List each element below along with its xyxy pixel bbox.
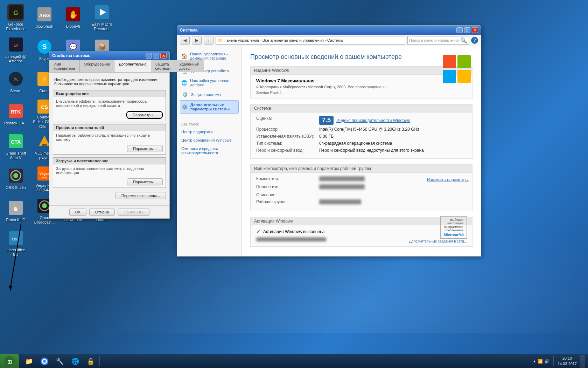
taskbar-clock[interactable]: 20:10 14.03.2017 [558,356,577,367]
ms-badge: Выбирайнастоящеепрограммноеобеспечение M… [409,216,467,243]
change-params-area: Изменить параметры [427,176,469,183]
type-label: Тип системы: [256,141,319,146]
steam-icon: ♨ [7,70,24,87]
activation-section: Активация Windows ✔ Активация Windows вы… [250,217,472,247]
desktop-icon-realtek[interactable]: RTK Realtek_LA... [2,98,30,130]
sidebar-windows-update[interactable]: Центр обновления Windows [180,136,239,144]
score-badge: 7.5 Индекс производительности Windows [319,116,410,125]
fullname-row: Полное имя: [256,184,467,190]
desktop-icon-gta5[interactable]: GTA Grand Theft Auto V [2,131,30,162]
tray-volume[interactable]: 🔊 [544,359,550,364]
sidebar-item-remote[interactable]: 🌐 Настройка удаленного доступа [180,76,239,89]
cp-main-content: Просмотр основных сведений о вашем компь… [242,46,481,256]
tray-expand[interactable]: ▲ [533,359,536,363]
system-info-body: Оценка: 7.5 Индекс производительности Wi… [251,113,472,158]
svg-point-72 [43,360,46,363]
back-button[interactable]: ◀ [180,36,190,45]
tab-remote[interactable]: Удаленный доступ [175,60,204,72]
windows-name: Windows 7 Максимальная [256,78,467,83]
user-profiles-params-button[interactable]: Параметры... [127,145,163,152]
realtek-icon: RTK [7,103,24,120]
desktop-icon-blowbrush[interactable]: ABG blowbrush [30,2,58,33]
address-bar[interactable]: 📁 Панель управления › Все элементы панел… [216,36,405,45]
search-bar[interactable]: Поиск в панели управления 🔍 [407,36,469,45]
ok-button[interactable]: ОК [69,209,86,216]
sidebar-item-protection[interactable]: 🛡️ Защита системы [180,89,239,100]
svg-text:♨: ♨ [13,76,18,82]
svg-text:💬: 💬 [69,43,77,51]
desktop-icon-geforce[interactable]: G GeForce Experience [2,2,30,33]
system-properties-dialog: Свойства системы − □ ✕ Имя компьютера Об… [49,51,170,219]
desktop: G GeForce Experience ABG blowbrush ✋ Blo… [0,0,588,368]
dialog-body: Необходимо иметь права администратора дл… [49,73,169,205]
support-label: Центр поддержки [181,130,213,134]
tab-additional[interactable]: Дополнительно [114,60,151,72]
desktop-icon-lineage[interactable]: LII Lineage2 @ Asterios [2,34,30,66]
startup-params-button[interactable]: Параметры... [127,178,163,185]
svg-text:📄: 📄 [14,207,18,211]
start-button[interactable]: ⊞ [0,354,19,368]
minimize-button[interactable]: − [146,53,152,59]
help-button[interactable]: ? [471,37,478,44]
cp-minimize-button[interactable]: − [456,27,463,33]
change-params-link[interactable]: Изменить параметры [427,177,469,182]
patch-label: Patch KHG [6,218,25,222]
show-desktop-button[interactable] [580,355,585,368]
memory-value: 8,00 ГБ [319,134,334,139]
taskbar-icon5[interactable]: 🔒 [83,355,98,368]
titlebar-buttons: − □ ✕ [146,53,167,59]
tab-computer-name[interactable]: Имя компьютера [49,60,80,72]
sidebar-item-advanced[interactable]: ⚙️ Дополнительные параметры системы [180,100,239,114]
rating-label: Оценка: [256,116,319,125]
cp-titlebar-btns: − □ ✕ [456,27,478,33]
sidebar-protection-label: Защита системы [191,93,221,97]
tab-protection[interactable]: Защита системы [151,60,175,72]
performance-btn-area: Параметры... [53,110,166,121]
cp-restore-button[interactable]: □ [464,27,470,33]
additional-info-link[interactable]: Дополнительные сведения в сети... [409,239,467,243]
libreoffice-label: LibreOffice 5.3 [4,248,28,257]
memory-row: Установленная память (ОЗУ): 8,00 ГБ [256,134,467,139]
close-button[interactable]: ✕ [160,53,167,59]
desktop-icon-libreoffice[interactable]: LibO LibreOffice 5.3 [2,227,30,259]
page-title: Просмотр основных сведений о вашем компь… [250,53,472,61]
tab-hardware[interactable]: Оборудование [80,60,115,72]
sidebar-support-center[interactable]: Центр поддержки [180,128,239,136]
system-info-header: Система [251,104,472,113]
desktop-icon-steam[interactable]: ♨ Steam [2,66,30,98]
taskbar-icon3[interactable]: 🔧 [52,355,68,368]
obs-icon [7,167,24,184]
windows-edition-body: Windows 7 Максимальная © Корпорация Майк… [251,75,472,98]
cp-title: Система [180,28,198,33]
cp-close-button[interactable]: ✕ [472,27,478,33]
rating-link[interactable]: Индекс производительности Windows [336,118,410,123]
sidebar-performance[interactable]: Счетчики и средства производительности [180,144,239,157]
taskbar-explorer[interactable]: 📁 [21,355,37,368]
fullname-value [319,184,365,190]
desktop-icon-obs[interactable]: OBS Studio [2,163,30,195]
env-variables-button[interactable]: Переменные среды... [115,192,166,199]
svg-text:CS: CS [41,104,48,110]
dialog-tabs: Имя компьютера Оборудование Дополнительн… [49,60,169,73]
svg-text:RTK: RTK [11,109,21,115]
performance-header: Быстродействие [53,90,166,97]
desktop-icon-bloody6[interactable]: ✋ Bloody6 [59,2,87,33]
taskbar-chrome[interactable] [37,355,52,368]
apply-button[interactable]: Применить [118,209,149,216]
workgroup-label: Рабочая группа: [256,199,319,205]
processor-value: Intel(R) Core(TM) i5-4460 CPU @ 3.20GHz … [319,127,419,132]
activation-status: Активация Windows выполнена [263,229,324,234]
ms-badge-microsoft: Microsoft® [443,233,464,237]
protection-icon: 🛡️ [181,91,188,98]
up-button[interactable]: ↑ [204,36,214,45]
processor-label: Процессор: [256,127,319,132]
performance-params-button[interactable]: Параметры... [126,111,163,119]
forward-button[interactable]: ▶ [192,36,202,45]
taskbar-icon4[interactable]: 🌐 [68,355,83,368]
desktop-icon-patch[interactable]: 📄 Patch KHG [2,195,30,227]
description-row: Описание: [256,192,467,197]
maximize-button[interactable]: □ [153,53,159,59]
cancel-button[interactable]: Отмена [89,209,115,216]
macro-icon [93,4,110,21]
desktop-icon-macro[interactable]: Easy Macro Recorder [88,2,116,33]
